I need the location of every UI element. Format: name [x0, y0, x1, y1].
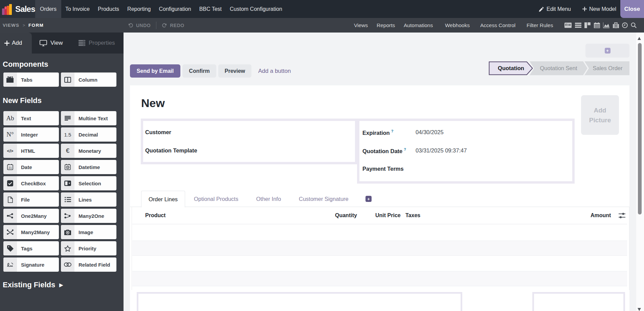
svg-text:21: 21 — [8, 166, 12, 169]
